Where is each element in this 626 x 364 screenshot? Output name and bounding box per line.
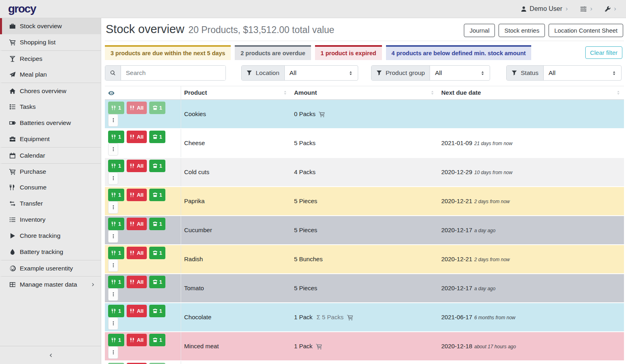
status-select[interactable]: All xyxy=(544,66,621,80)
consume-one-button[interactable]: 1 xyxy=(108,102,124,114)
consume-one-button[interactable]: 1 xyxy=(108,160,124,172)
sidebar: Stock overviewShopping listRecipesMeal p… xyxy=(0,18,101,364)
consume-one-button[interactable]: 1 xyxy=(108,305,124,317)
amount-value: 5 Packs xyxy=(294,139,315,146)
sidebar-item-example-userentity[interactable]: Example userentity xyxy=(0,260,101,276)
sort-icon[interactable] xyxy=(430,90,435,95)
sidebar-item-batteries-overview[interactable]: Batteries overview xyxy=(0,115,101,131)
consume-one-button[interactable]: 1 xyxy=(108,276,124,288)
product-name: Tomato xyxy=(181,274,291,303)
plane-icon xyxy=(9,71,16,78)
sidebar-item-chore-tracking[interactable]: Chore tracking xyxy=(0,228,101,244)
sidebar-item-meal-plan[interactable]: Meal plan xyxy=(0,67,101,83)
consume-all-button[interactable]: All xyxy=(127,218,147,230)
row-more-button[interactable] xyxy=(108,230,118,243)
row-more-button[interactable] xyxy=(108,317,118,330)
box-open-icon xyxy=(152,308,158,314)
expired-banner[interactable]: 1 product is expired xyxy=(315,45,382,60)
sidebar-item-purchase[interactable]: Purchase xyxy=(0,163,101,179)
sidebar-item-transfer[interactable]: Transfer xyxy=(0,196,101,212)
consume-all-button[interactable]: All xyxy=(127,160,147,172)
row-more-button[interactable] xyxy=(108,288,118,301)
sidebar-item-manage-master-data[interactable]: Manage master data xyxy=(0,276,101,292)
sidebar-item-inventory[interactable]: Inventory xyxy=(0,212,101,228)
grocy-logo[interactable]: grocy xyxy=(8,2,36,15)
consume-all-button[interactable]: All xyxy=(127,305,147,317)
consume-one-button[interactable]: 1 xyxy=(108,247,124,259)
search-group xyxy=(105,65,226,81)
amount-value: 4 Packs xyxy=(294,168,315,175)
settings-menu[interactable] xyxy=(580,6,593,12)
ellipsis-v-icon xyxy=(111,320,116,326)
location-select[interactable]: All xyxy=(285,66,358,80)
below-min-stock-banner[interactable]: 4 products are below defined min. stock … xyxy=(386,45,532,60)
stock-entries-button[interactable]: Stock entries xyxy=(499,24,545,37)
column-header-amount[interactable]: Amount xyxy=(294,89,317,96)
sidebar-item-equipment[interactable]: Equipment xyxy=(0,131,101,147)
sidebar-item-calendar[interactable]: Calendar xyxy=(0,147,101,163)
consume-all-button[interactable]: All xyxy=(127,131,147,143)
sidebar-item-label: Transfer xyxy=(20,200,43,207)
consume-all-button[interactable]: All xyxy=(127,189,147,201)
open-one-button[interactable]: 1 xyxy=(149,160,165,172)
open-one-button[interactable]: 1 xyxy=(149,305,165,317)
sidebar-item-shopping-list[interactable]: Shopping list xyxy=(0,34,101,50)
consume-one-button[interactable]: 1 xyxy=(108,189,124,201)
row-more-button[interactable] xyxy=(108,346,118,359)
open-one-button[interactable]: 1 xyxy=(149,189,165,201)
wrench-icon xyxy=(605,6,611,12)
cart-icon xyxy=(319,111,325,117)
column-header-next-due-date[interactable]: Next due date xyxy=(441,89,481,96)
clear-filter-button[interactable]: Clear filter xyxy=(585,46,622,59)
row-more-button[interactable] xyxy=(108,259,118,272)
sort-icon[interactable] xyxy=(616,90,621,95)
column-header-product[interactable]: Product xyxy=(184,89,207,96)
consume-all-button[interactable]: All xyxy=(127,334,147,346)
box-open-icon xyxy=(152,134,158,139)
product-group-select[interactable]: All xyxy=(430,66,490,80)
sidebar-item-battery-tracking[interactable]: Battery tracking xyxy=(0,244,101,260)
sidebar-item-recipes[interactable]: Recipes xyxy=(0,50,101,67)
consume-all-button[interactable]: All xyxy=(127,102,147,114)
sidebar-item-tasks[interactable]: Tasks xyxy=(0,99,101,115)
chevron-right-icon xyxy=(91,283,95,287)
sort-icon[interactable] xyxy=(283,90,288,95)
consume-one-button[interactable]: 1 xyxy=(108,218,124,230)
search-input[interactable] xyxy=(121,66,225,80)
consume-one-button[interactable]: 1 xyxy=(108,334,124,346)
utensils-icon xyxy=(130,163,135,168)
open-one-button[interactable]: 1 xyxy=(149,276,165,288)
location-content-sheet-button[interactable]: Location Content Sheet xyxy=(549,24,623,37)
open-one-button[interactable]: 1 xyxy=(149,247,165,259)
consume-one-button[interactable]: 1 xyxy=(108,363,124,364)
due-soon-banner[interactable]: 3 products are due within the next 5 day… xyxy=(105,45,231,60)
open-one-button[interactable]: 1 xyxy=(149,131,165,143)
open-one-button[interactable]: 1 xyxy=(149,218,165,230)
consume-all-button[interactable]: All xyxy=(127,247,147,259)
due-date-relative: 2 days from now xyxy=(474,257,510,262)
user-menu[interactable]: Demo User xyxy=(521,5,569,12)
utensils-icon xyxy=(130,279,135,285)
status-filter: Status All xyxy=(506,65,622,81)
consume-one-button[interactable]: 1 xyxy=(108,131,124,143)
admin-menu[interactable] xyxy=(605,6,617,12)
sidebar-item-chores-overview[interactable]: Chores overview xyxy=(0,83,101,99)
consume-all-button[interactable]: All xyxy=(127,276,147,288)
open-one-button[interactable]: 1 xyxy=(149,334,165,346)
consume-all-button[interactable]: All xyxy=(127,363,147,364)
open-one-button[interactable]: 1 xyxy=(149,102,165,114)
row-more-button[interactable] xyxy=(108,201,118,214)
overdue-banner[interactable]: 2 products are overdue xyxy=(235,45,311,60)
box-open-icon xyxy=(152,105,158,110)
sidebar-item-consume[interactable]: Consume xyxy=(0,179,101,196)
open-one-button[interactable]: 1 xyxy=(149,363,165,364)
eye-icon[interactable] xyxy=(108,90,115,96)
due-date-relative: 6 months from now xyxy=(474,315,515,320)
sidebar-collapse-button[interactable] xyxy=(0,346,101,364)
row-more-button[interactable] xyxy=(108,143,118,156)
journal-button[interactable]: Journal xyxy=(464,24,495,37)
row-more-button[interactable] xyxy=(108,114,118,127)
utensils-icon xyxy=(130,337,135,343)
row-more-button[interactable] xyxy=(108,172,118,185)
sidebar-item-stock-overview[interactable]: Stock overview xyxy=(0,18,101,34)
